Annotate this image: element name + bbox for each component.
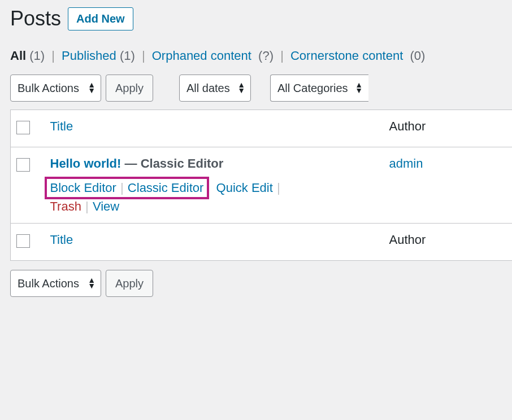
column-author: Author — [384, 110, 513, 147]
filter-all[interactable]: All — [10, 49, 26, 63]
classic-editor-link[interactable]: Classic Editor — [128, 181, 203, 195]
bulk-actions-select-bottom[interactable]: Bulk Actions — [10, 270, 101, 297]
page-title: Posts — [10, 7, 61, 30]
view-link[interactable]: View — [93, 199, 119, 213]
filter-published-count: (1) — [120, 49, 135, 63]
column-title-footer[interactable]: Title — [50, 233, 73, 247]
filter-orphaned-count: (?) — [258, 49, 274, 63]
post-state: Classic Editor — [141, 156, 224, 170]
filter-separator: | — [51, 49, 55, 63]
category-filter-select[interactable]: All Categories — [270, 75, 368, 102]
tablenav-top: Bulk Actions ▲▼ Apply All dates ▲▼ All C… — [10, 71, 512, 105]
trash-link[interactable]: Trash — [50, 199, 81, 213]
select-all-checkbox-footer[interactable] — [16, 234, 30, 248]
filter-all-count: (1) — [29, 49, 45, 63]
row-checkbox[interactable] — [16, 158, 30, 172]
column-author-footer: Author — [384, 224, 513, 261]
table-row: Hello world! — Classic Editor Block Edit… — [11, 147, 513, 224]
filter-links: All (1) | Published (1) | Orphaned conte… — [10, 35, 512, 71]
filter-orphaned[interactable]: Orphaned content — [152, 49, 251, 63]
row-actions: Block Editor | Classic Editor Quick Edit… — [50, 177, 378, 214]
add-new-button[interactable]: Add New — [68, 7, 133, 30]
tablenav-bottom: Bulk Actions ▲▼ Apply — [10, 266, 512, 300]
bulk-actions-select[interactable]: Bulk Actions — [10, 75, 101, 102]
quick-edit-link[interactable]: Quick Edit — [216, 181, 273, 195]
date-filter-select[interactable]: All dates — [179, 75, 251, 102]
apply-button[interactable]: Apply — [106, 75, 153, 102]
post-state-separator: — — [121, 156, 140, 170]
post-title-link[interactable]: Hello world! — [50, 156, 122, 170]
filter-separator: | — [280, 49, 284, 63]
posts-table: Title Author Hello world! — Classic Edit… — [10, 110, 512, 261]
filter-cornerstone-count: (0) — [410, 49, 426, 63]
highlight-box: Block Editor | Classic Editor — [45, 177, 210, 199]
column-title[interactable]: Title — [50, 119, 73, 133]
block-editor-link[interactable]: Block Editor — [50, 181, 116, 195]
select-all-checkbox[interactable] — [16, 121, 30, 134]
filter-published[interactable]: Published — [62, 49, 116, 63]
apply-button-bottom[interactable]: Apply — [106, 270, 153, 297]
author-link[interactable]: admin — [389, 156, 423, 170]
filter-cornerstone[interactable]: Cornerstone content — [290, 49, 403, 63]
filter-separator: | — [142, 49, 145, 63]
